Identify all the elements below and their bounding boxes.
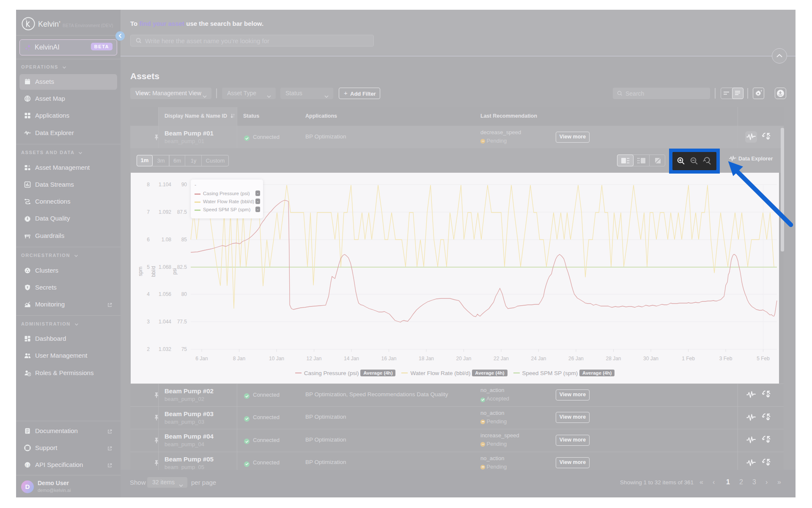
svg-text:77.5: 77.5 (177, 319, 187, 325)
svg-text:12 Jan: 12 Jan (306, 356, 321, 362)
svg-text:14 Jan: 14 Jan (344, 356, 359, 362)
svg-text:28 Jan: 28 Jan (606, 356, 621, 362)
svg-text:1.056: 1.056 (159, 291, 171, 297)
svg-text:7: 7 (147, 209, 150, 215)
svg-text:1.08: 1.08 (162, 237, 172, 243)
svg-text:6 Jan: 6 Jan (195, 356, 208, 362)
svg-text:spm: spm (137, 267, 143, 276)
svg-text:90: 90 (181, 182, 187, 188)
svg-text:bbl/d: bbl/d (151, 266, 156, 277)
svg-text:24 Jan: 24 Jan (531, 356, 546, 362)
svg-text:4: 4 (147, 291, 150, 297)
svg-text:1.092: 1.092 (159, 209, 171, 215)
svg-text:30 Jan: 30 Jan (643, 356, 658, 362)
svg-text:16 Jan: 16 Jan (381, 356, 396, 362)
svg-text:18 Jan: 18 Jan (419, 356, 434, 362)
svg-text:1.068: 1.068 (159, 264, 171, 270)
svg-text:1.044: 1.044 (159, 319, 171, 325)
svg-text:85: 85 (181, 237, 187, 243)
svg-text:1.032: 1.032 (159, 346, 171, 352)
svg-text:87.5: 87.5 (177, 209, 187, 215)
svg-text:80: 80 (181, 291, 187, 297)
svg-text:3 Feb: 3 Feb (719, 356, 732, 362)
svg-text:20 Jan: 20 Jan (456, 356, 471, 362)
svg-text:10 Jan: 10 Jan (269, 356, 284, 362)
svg-text:75: 75 (181, 346, 187, 352)
svg-text:8: 8 (147, 182, 150, 188)
svg-text:6: 6 (147, 237, 150, 243)
svg-text:3: 3 (147, 319, 150, 325)
svg-text:8 Jan: 8 Jan (233, 356, 245, 362)
svg-text:26 Jan: 26 Jan (568, 356, 584, 362)
svg-text:{..}: {..} (26, 464, 30, 467)
svg-text:2: 2 (147, 346, 150, 352)
svg-text:1.104: 1.104 (159, 182, 171, 188)
svg-text:1 Feb: 1 Feb (682, 356, 695, 362)
svg-text:5: 5 (147, 264, 150, 270)
svg-text:82.5: 82.5 (177, 264, 187, 270)
svg-text:5 Feb: 5 Feb (757, 356, 770, 362)
svg-text:22 Jan: 22 Jan (494, 356, 509, 362)
svg-text:psi: psi (172, 268, 178, 274)
